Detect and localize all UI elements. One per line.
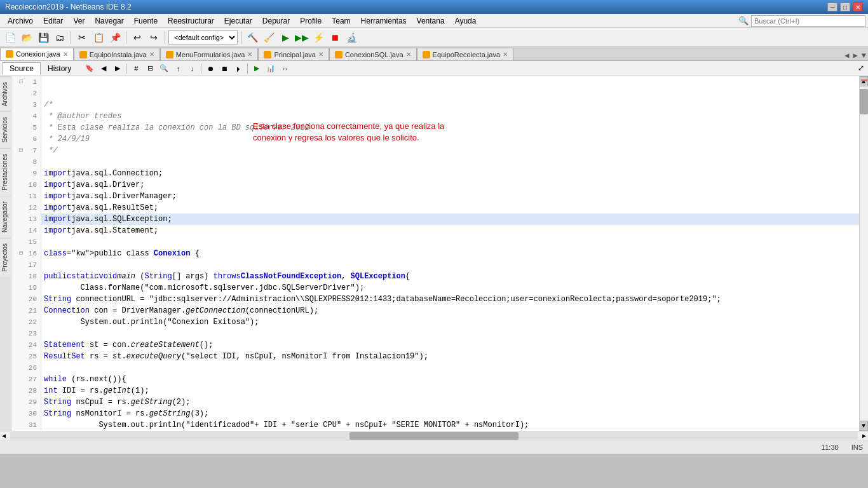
menu-ayuda[interactable]: Ayuda — [450, 15, 482, 27]
separator-3 — [165, 31, 165, 44]
redo-button[interactable]: ↪ — [146, 30, 161, 45]
scroll-up-btn[interactable]: ▲ — [859, 76, 868, 86]
menu-archivo[interactable]: Archivo — [3, 15, 38, 27]
undo-button[interactable]: ↩ — [130, 30, 145, 45]
vtab-navegador[interactable]: Navegador — [0, 196, 11, 238]
tab-nav-dropdown[interactable]: ▼ — [860, 51, 868, 60]
save-button[interactable]: 💾 — [36, 30, 51, 45]
line-number-11: 11 — [15, 191, 37, 202]
menu-ventana[interactable]: Ventana — [412, 15, 450, 27]
tab-close-icon-2[interactable]: ✕ — [149, 51, 154, 58]
diff-btn[interactable]: ↔ — [278, 62, 291, 75]
vtab-proyectos[interactable]: Proyectos — [0, 238, 11, 276]
scroll-down-btn[interactable]: ▼ — [859, 421, 868, 431]
stop-macro-btn[interactable]: ⏹ — [218, 62, 231, 75]
expand-editor-btn[interactable]: ⤢ — [857, 62, 865, 74]
fold-marker-7[interactable]: ⊟ — [15, 145, 23, 156]
search-input[interactable] — [751, 15, 865, 27]
toggle-linenums-btn[interactable]: # — [130, 62, 142, 75]
clean-build-button[interactable]: 🧹 — [261, 30, 276, 45]
tab-equiporecolecta-java[interactable]: EquipoRecolecta.java ✕ — [417, 48, 513, 60]
java-file-icon-4 — [264, 51, 271, 58]
horizontal-scrollbar[interactable] — [10, 432, 858, 440]
line-number-23: 23 — [15, 328, 37, 339]
tab-menuformularios-java[interactable]: MenuFormularios.java ✕ — [160, 48, 259, 60]
debug-button[interactable]: ▶▶ — [294, 30, 309, 45]
line-number-20: 20 — [15, 294, 37, 305]
next-bookmark-btn[interactable]: ▶ — [111, 62, 124, 75]
menu-depurar[interactable]: Depurar — [257, 15, 295, 27]
tab-history[interactable]: History — [41, 62, 78, 75]
close-button[interactable]: ✕ — [853, 3, 863, 11]
tab-conexion-java[interactable]: Conexion.java ✕ — [0, 48, 74, 60]
line-number-26: 26 — [15, 362, 37, 374]
config-dropdown[interactable]: <default config> — [168, 30, 238, 44]
code-line-4: * 24/9/19 — [41, 133, 859, 145]
tab-nav-right[interactable]: ▶ — [851, 51, 860, 60]
play-macro-btn[interactable]: ⏵ — [232, 62, 245, 75]
vtab-servicios[interactable]: Servicios — [0, 111, 11, 148]
paste-button[interactable]: 📌 — [107, 30, 123, 45]
run-toolbar-btn[interactable]: 📊 — [264, 62, 277, 75]
editor-toolbar: 🔖 ◀ ▶ # ⊟ 🔍 ↑ ↓ ⏺ ⏹ ⏵ ▶ 📊 ↔ — [83, 62, 291, 75]
minimize-button[interactable]: ─ — [827, 3, 837, 11]
scroll-right-btn[interactable]: ▶ — [860, 432, 868, 440]
save-all-button[interactable]: 🗂 — [52, 30, 67, 45]
fold-marker-1[interactable]: ⊟ — [15, 76, 23, 88]
tab-conexionsql-java[interactable]: ConexionSQL.java ✕ — [329, 48, 417, 60]
h-scroll-thumb[interactable] — [349, 432, 519, 440]
tab-principal-java[interactable]: Principal.java ✕ — [258, 48, 329, 60]
find-btn[interactable]: 🔍 — [158, 62, 170, 75]
scroll-left-btn[interactable]: ◀ — [0, 432, 8, 440]
scroll-thumb[interactable] — [859, 89, 868, 114]
tab-nav-left[interactable]: ◀ — [843, 51, 851, 60]
vtab-archivos[interactable]: Archivos — [0, 76, 11, 111]
toggle-folds-btn[interactable]: ⊟ — [144, 62, 156, 75]
tab-close-icon[interactable]: ✕ — [63, 51, 68, 58]
menu-profile[interactable]: Profile — [295, 15, 327, 27]
line-number-8: 8 — [15, 156, 37, 168]
toggle-bookmarks-btn[interactable]: 🔖 — [83, 62, 96, 75]
menu-herramientas[interactable]: Herramientas — [356, 15, 412, 27]
profile-button[interactable]: ⚡ — [311, 30, 326, 45]
line-number-30: 30 — [15, 408, 37, 419]
tab-close-icon-3[interactable]: ✕ — [247, 51, 252, 58]
find-next-btn[interactable]: ↓ — [186, 62, 198, 75]
tab-equipoinstala-java[interactable]: EquipoInstala.java ✕ — [74, 48, 160, 60]
line-number-29: 29 — [15, 396, 37, 408]
tab-close-icon-4[interactable]: ✕ — [318, 51, 323, 58]
tab-label-6: EquipoRecolecta.java — [433, 51, 500, 58]
vertical-scrollbar[interactable]: ▲ ▼ — [859, 76, 868, 431]
run-button[interactable]: ▶ — [278, 30, 293, 45]
prev-bookmark-btn[interactable]: ◀ — [97, 62, 110, 75]
copy-button[interactable]: 📋 — [91, 30, 106, 45]
menu-reestructurar[interactable]: Reestructurar — [163, 15, 219, 27]
test-button[interactable]: 🔬 — [344, 30, 359, 45]
menu-ver[interactable]: Ver — [68, 15, 90, 27]
code-area[interactable]: /* * @author tredes * Esta clase realiza… — [41, 76, 859, 431]
vtab-prestaciones[interactable]: Prestaciones — [0, 148, 11, 196]
code-line-11: import java.sql.SQLException; — [41, 214, 859, 225]
start-macro-btn[interactable]: ⏺ — [204, 62, 217, 75]
stop-button[interactable]: ⏹ — [327, 30, 342, 45]
menu-editar[interactable]: Editar — [38, 15, 68, 27]
main-container: Archivos Servicios Prestaciones Navegado… — [0, 76, 868, 431]
maximize-button[interactable]: □ — [840, 3, 850, 11]
code-line-16: public static void main (String[] args) … — [41, 271, 859, 282]
run-btn-editor[interactable]: ▶ — [250, 62, 263, 75]
new-project-button[interactable]: 📄 — [3, 30, 18, 45]
tab-close-icon-5[interactable]: ✕ — [406, 51, 411, 58]
menu-fuente[interactable]: Fuente — [129, 15, 163, 27]
menu-navegar[interactable]: Navegar — [90, 15, 128, 27]
cut-button[interactable]: ✂ — [74, 30, 90, 45]
line-number-3: 3 — [15, 99, 37, 111]
fold-marker-16[interactable]: ⊟ — [15, 248, 23, 259]
tab-close-icon-6[interactable]: ✕ — [503, 51, 508, 58]
open-project-button[interactable]: 📂 — [19, 30, 34, 45]
find-prev-btn[interactable]: ↑ — [172, 62, 184, 75]
code-line-23: ResultSet rs = st.executeQuery("select I… — [41, 351, 859, 362]
menu-ejecutar[interactable]: Ejecutar — [219, 15, 257, 27]
build-button[interactable]: 🔨 — [245, 30, 260, 45]
tab-source[interactable]: Source — [3, 62, 41, 75]
menu-team[interactable]: Team — [327, 15, 355, 27]
